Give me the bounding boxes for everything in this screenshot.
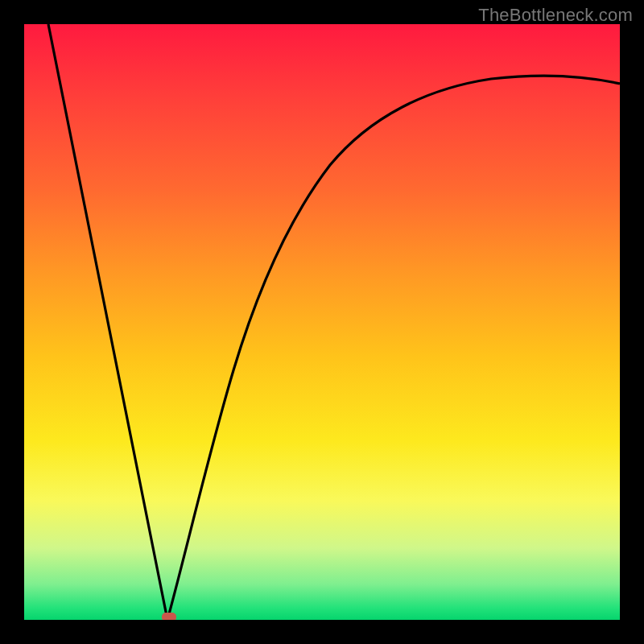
watermark-text: TheBottleneck.com [478,5,633,26]
plot-background [24,24,620,620]
curve-path [48,24,620,620]
chart-container: TheBottleneck.com [0,0,644,644]
minimum-marker [162,613,176,620]
bottleneck-curve [24,24,620,620]
